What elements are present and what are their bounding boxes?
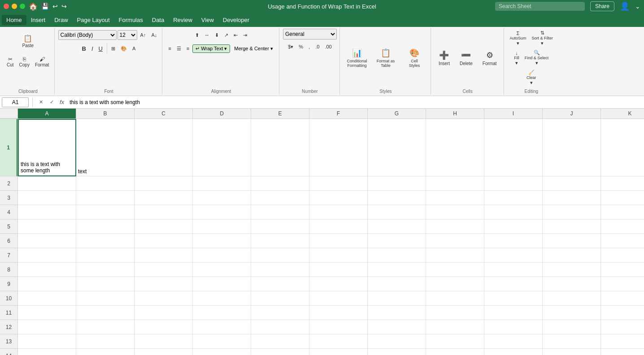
cell-i1[interactable] bbox=[484, 119, 543, 176]
increase-decimal-button[interactable]: .0 bbox=[313, 40, 322, 53]
cell-k9[interactable] bbox=[601, 277, 644, 291]
fill-button[interactable]: ↓ Fill ▾ bbox=[512, 49, 522, 67]
cell-g6[interactable] bbox=[368, 234, 426, 248]
cell-a8[interactable] bbox=[18, 263, 76, 277]
cell-j14[interactable] bbox=[543, 349, 601, 355]
cell-h8[interactable] bbox=[426, 263, 484, 277]
cell-k13[interactable] bbox=[601, 334, 644, 349]
cell-d3[interactable] bbox=[193, 191, 251, 205]
cell-a3[interactable] bbox=[18, 191, 76, 205]
cell-f6[interactable] bbox=[309, 234, 368, 248]
cell-k8[interactable] bbox=[601, 263, 644, 277]
cell-h5[interactable] bbox=[426, 219, 484, 234]
cell-e9[interactable] bbox=[251, 277, 309, 291]
col-header-c[interactable]: C bbox=[135, 109, 193, 118]
cell-c13[interactable] bbox=[135, 334, 193, 349]
col-header-f[interactable]: F bbox=[309, 109, 368, 118]
cell-c8[interactable] bbox=[135, 263, 193, 277]
row-header-14[interactable]: 14 bbox=[0, 349, 17, 355]
paste-button[interactable]: 📋 Paste bbox=[18, 29, 38, 54]
cell-i7[interactable] bbox=[484, 248, 543, 263]
cell-j13[interactable] bbox=[543, 334, 601, 349]
row-header-7[interactable]: 7 bbox=[0, 248, 17, 263]
cell-b14[interactable] bbox=[76, 349, 135, 355]
cell-i11[interactable] bbox=[484, 306, 543, 320]
row-header-13[interactable]: 13 bbox=[0, 334, 17, 349]
cell-k7[interactable] bbox=[601, 248, 644, 263]
cell-b6[interactable] bbox=[76, 234, 135, 248]
menu-data[interactable]: Data bbox=[148, 15, 169, 25]
cell-k1[interactable] bbox=[601, 119, 644, 176]
cell-g13[interactable] bbox=[368, 334, 426, 349]
cell-a9[interactable] bbox=[18, 277, 76, 291]
cell-i2[interactable] bbox=[484, 176, 543, 191]
cell-g1[interactable] bbox=[368, 119, 426, 176]
cell-a13[interactable] bbox=[18, 334, 76, 349]
cell-k11[interactable] bbox=[601, 306, 644, 320]
cell-f7[interactable] bbox=[309, 248, 368, 263]
search-input[interactable] bbox=[495, 2, 585, 11]
cell-e11[interactable] bbox=[251, 306, 309, 320]
clear-button[interactable]: 🧹 Clear ▾ bbox=[524, 68, 539, 87]
cell-j1[interactable] bbox=[543, 119, 601, 176]
increase-font-button[interactable]: A↑ bbox=[138, 29, 148, 41]
cell-j6[interactable] bbox=[543, 234, 601, 248]
cell-d9[interactable] bbox=[193, 277, 251, 291]
cell-a2[interactable] bbox=[18, 176, 76, 191]
cell-h6[interactable] bbox=[426, 234, 484, 248]
cell-e1[interactable] bbox=[251, 119, 309, 176]
cell-a11[interactable] bbox=[18, 306, 76, 320]
col-header-h[interactable]: H bbox=[426, 109, 484, 118]
cell-i9[interactable] bbox=[484, 277, 543, 291]
cell-i12[interactable] bbox=[484, 320, 543, 334]
align-center-button[interactable]: ☰ bbox=[174, 42, 183, 55]
cell-e4[interactable] bbox=[251, 205, 309, 219]
confirm-formula-button[interactable]: ✓ bbox=[47, 98, 56, 107]
border-button[interactable]: ⊞ bbox=[109, 42, 117, 55]
font-name-select[interactable]: Calibri (Body) bbox=[58, 30, 117, 40]
find-select-button[interactable]: 🔍 Find & Select ▾ bbox=[522, 48, 551, 67]
cell-f11[interactable] bbox=[309, 306, 368, 320]
cell-g9[interactable] bbox=[368, 277, 426, 291]
cell-a4[interactable] bbox=[18, 205, 76, 219]
italic-button[interactable]: I bbox=[89, 42, 96, 55]
close-button[interactable] bbox=[4, 4, 9, 9]
merge-center-button[interactable]: Merge & Center ▾ bbox=[231, 44, 276, 53]
cell-k5[interactable] bbox=[601, 219, 644, 234]
sort-filter-button[interactable]: ⇅ Sort & Filter ▾ bbox=[530, 29, 556, 48]
cell-f5[interactable] bbox=[309, 219, 368, 234]
cell-i5[interactable] bbox=[484, 219, 543, 234]
cell-d11[interactable] bbox=[193, 306, 251, 320]
format-painter-button[interactable]: 🖌 Format bbox=[33, 55, 52, 69]
share-button[interactable]: Share bbox=[590, 1, 614, 11]
cell-f12[interactable] bbox=[309, 320, 368, 334]
cell-g11[interactable] bbox=[368, 306, 426, 320]
number-format-select[interactable]: General Number Currency Percentage bbox=[283, 29, 337, 39]
font-color-button[interactable]: A bbox=[130, 42, 138, 55]
cell-b5[interactable] bbox=[76, 219, 135, 234]
cell-g10[interactable] bbox=[368, 291, 426, 306]
cell-a10[interactable] bbox=[18, 291, 76, 306]
cell-e10[interactable] bbox=[251, 291, 309, 306]
row-header-1[interactable]: 1 bbox=[0, 119, 17, 176]
cell-j12[interactable] bbox=[543, 320, 601, 334]
cell-k12[interactable] bbox=[601, 320, 644, 334]
cell-k14[interactable] bbox=[601, 349, 644, 355]
cell-d2[interactable] bbox=[193, 176, 251, 191]
menu-developer[interactable]: Developer bbox=[218, 15, 254, 25]
align-middle-button[interactable]: ↔ bbox=[202, 29, 212, 41]
cell-f14[interactable] bbox=[309, 349, 368, 355]
cell-d6[interactable] bbox=[193, 234, 251, 248]
align-bottom-button[interactable]: ⬇ bbox=[213, 29, 221, 41]
cell-e7[interactable] bbox=[251, 248, 309, 263]
corner-cell[interactable] bbox=[0, 109, 18, 118]
row-header-3[interactable]: 3 bbox=[0, 191, 17, 205]
autosum-button[interactable]: Σ AutoSum ▾ bbox=[508, 29, 529, 48]
cell-e12[interactable] bbox=[251, 320, 309, 334]
delete-button[interactable]: ➖ Delete bbox=[456, 45, 477, 70]
cell-h1[interactable] bbox=[426, 119, 484, 176]
col-header-k[interactable]: K bbox=[601, 109, 644, 118]
cell-a5[interactable] bbox=[18, 219, 76, 234]
cut-button[interactable]: ✂ Cut bbox=[4, 55, 16, 69]
row-header-8[interactable]: 8 bbox=[0, 263, 17, 277]
